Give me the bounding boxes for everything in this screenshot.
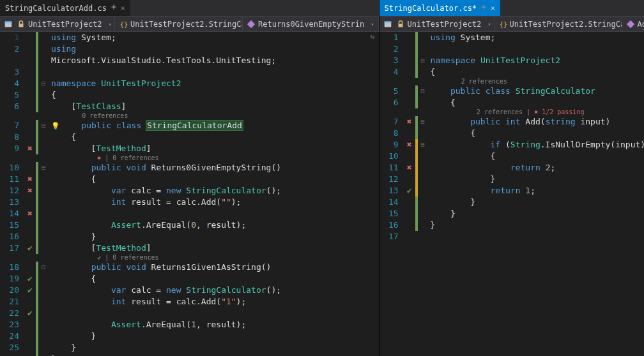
code-line[interactable]: } <box>49 353 281 356</box>
fold-toggle <box>38 143 49 154</box>
tab-title: StringCalculatorAdd.cs <box>5 4 107 13</box>
code-line[interactable]: public int Add(string input) <box>428 116 644 128</box>
code-line[interactable] <box>49 308 281 319</box>
ns-icon: {} <box>498 20 507 29</box>
code-line[interactable]: var calc = new StringCalculator(); <box>49 285 281 296</box>
tab-title: StringCalculator.cs* <box>385 4 477 13</box>
line-number: 16 <box>379 219 404 231</box>
code-line[interactable]: { <box>49 131 281 143</box>
codelens[interactable]: 2 references | ✖ 1/2 passing <box>428 108 644 116</box>
code-line[interactable] <box>49 208 281 219</box>
close-icon[interactable]: ✕ <box>121 4 125 12</box>
code-line[interactable]: public void Returns0GivenEmptyString() <box>49 162 281 174</box>
line-number: 10 <box>0 162 24 174</box>
proj-icon <box>4 20 13 29</box>
line-number: 11 <box>0 174 24 185</box>
fold-toggle <box>418 174 428 185</box>
fold-toggle[interactable]: ⊟ <box>38 262 49 273</box>
test-pass-icon: ✔ <box>404 185 415 197</box>
fold-toggle[interactable]: ⊟ <box>38 78 49 89</box>
code-line[interactable]: [TestClass] <box>49 101 281 112</box>
code-line[interactable]: public void Returns1Given1AsString() <box>49 262 281 273</box>
test-fail-icon: ✖ <box>404 139 415 151</box>
code-line[interactable]: Assert.AreEqual(1, result); <box>49 319 281 330</box>
pin-icon[interactable] <box>111 4 117 12</box>
code-line[interactable]: public class StringCalculator <box>428 85 644 97</box>
code-line[interactable]: } <box>428 174 644 185</box>
code-line[interactable]: { <box>428 128 644 139</box>
code-line[interactable] <box>49 66 281 78</box>
code-line[interactable]: } <box>49 231 281 242</box>
code-line[interactable]: } <box>428 219 644 231</box>
code-editor[interactable]: 1using System;23⊟namespace UnitTestProje… <box>379 32 644 356</box>
code-line[interactable] <box>428 231 644 242</box>
line-number: 15 <box>0 219 24 231</box>
file-tab[interactable]: StringCalculatorAdd.cs ✕ <box>0 0 130 16</box>
nav-crumb[interactable]: {}UnitTestProject2.StringCal▾ <box>115 17 243 31</box>
fold-toggle <box>418 97 428 108</box>
code-line[interactable]: { <box>49 273 281 285</box>
code-line[interactable]: } <box>49 342 281 353</box>
fold-toggle[interactable]: ⊟ <box>418 85 428 97</box>
code-line[interactable]: { <box>428 66 644 78</box>
fold-toggle[interactable]: ⊟ <box>418 116 428 128</box>
fold-toggle[interactable]: ⊟ <box>38 120 49 131</box>
code-line[interactable]: { <box>428 97 644 108</box>
chevron-down-icon[interactable]: ▾ <box>367 21 374 27</box>
chevron-down-icon[interactable]: ▾ <box>105 21 112 27</box>
code-line[interactable] <box>428 43 644 55</box>
code-line[interactable]: using <box>49 43 281 55</box>
code-line[interactable]: namespace UnitTestProject2 <box>428 55 644 66</box>
code-line[interactable]: using System; <box>49 32 281 43</box>
svg-rect-2 <box>19 24 24 27</box>
codelens[interactable]: ✖ | 0 references <box>49 154 281 162</box>
code-line[interactable]: { <box>49 89 281 101</box>
nav-crumb[interactable]: UnitTestProject2▾ <box>0 17 115 31</box>
nav-crumb[interactable]: UnitTestProject2▾ <box>379 17 494 31</box>
split-icon[interactable]: ⇆ <box>370 32 374 41</box>
code-line[interactable]: var calc = new StringCalculator(); <box>49 185 281 197</box>
code-line[interactable]: { <box>428 151 644 162</box>
code-line[interactable]: } <box>428 208 644 219</box>
fold-toggle[interactable]: ⊟ <box>418 55 428 66</box>
file-tab-active[interactable]: StringCalculator.cs* ✕ <box>379 0 500 16</box>
code-line[interactable]: int result = calc.Add(""); <box>49 197 281 208</box>
code-editor[interactable]: ⇆ 1using System;2usingMicrosoft.VisualSt… <box>0 32 379 356</box>
nav-crumb[interactable]: Returns0GivenEmptyStrin▾ <box>243 17 379 31</box>
codelens[interactable]: 0 references <box>49 112 281 120</box>
code-line[interactable]: return 1; <box>428 185 644 197</box>
code-line[interactable]: Assert.AreEqual(0, result); <box>49 219 281 231</box>
chevron-down-icon[interactable]: ▾ <box>484 21 491 27</box>
pin-icon[interactable] <box>480 4 487 12</box>
code-line[interactable]: using System; <box>428 32 644 43</box>
code-line[interactable]: [TestMethod] <box>49 242 281 254</box>
fold-toggle <box>418 219 428 231</box>
code-line[interactable]: } <box>428 197 644 208</box>
close-icon[interactable]: ✕ <box>491 4 495 12</box>
code-line[interactable]: } <box>49 330 281 342</box>
nav-crumb[interactable]: {}UnitTestProject2.StringCal▾ <box>494 17 622 31</box>
line-number: 6 <box>379 97 404 108</box>
fold-toggle <box>38 101 49 112</box>
codelens[interactable]: ✔ | 0 references <box>49 254 281 262</box>
fold-toggle[interactable]: ⊟ <box>418 139 428 151</box>
code-line[interactable]: return 2; <box>428 162 644 174</box>
code-line[interactable]: namespace UnitTestProject2 <box>49 78 281 89</box>
code-line[interactable]: int result = calc.Add("1"); <box>49 296 281 308</box>
line-number: 13 <box>0 197 24 208</box>
code-line[interactable]: [TestMethod] <box>49 143 281 154</box>
line-number: 24 <box>0 330 24 342</box>
code-line[interactable]: Microsoft.VisualStudio.TestTools.UnitTes… <box>49 55 281 66</box>
line-number: 20 <box>0 285 24 296</box>
fold-toggle <box>418 231 428 242</box>
code-line[interactable]: { <box>49 174 281 185</box>
lightbulb-icon[interactable]: 💡 <box>51 122 61 130</box>
fold-toggle <box>38 43 49 55</box>
code-line[interactable]: if (String.IsNullOrEmpty(input)) <box>428 139 644 151</box>
fold-toggle[interactable]: ⊟ <box>38 162 49 174</box>
fold-toggle <box>418 151 428 162</box>
code-line[interactable]: 💡 public class StringCalculatorAdd <box>49 120 281 131</box>
codelens[interactable]: 2 references <box>428 78 644 85</box>
line-number: 11 <box>379 162 404 174</box>
nav-crumb[interactable]: Add(string input)▾ <box>622 17 644 31</box>
